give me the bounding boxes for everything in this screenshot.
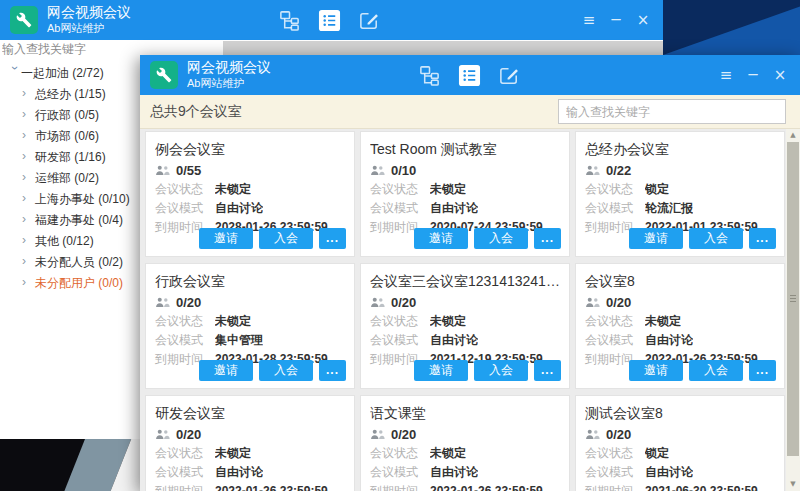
join-button[interactable]: 入会 bbox=[259, 360, 313, 381]
org-chart-icon[interactable] bbox=[418, 64, 441, 87]
mode-value: 集中管理 bbox=[215, 331, 263, 350]
tree-search-input[interactable] bbox=[2, 41, 152, 57]
status-value: 未锁定 bbox=[430, 312, 466, 331]
member-count: 0/20 bbox=[606, 295, 631, 310]
invite-button[interactable]: 邀请 bbox=[199, 360, 253, 381]
close-icon[interactable]: × bbox=[635, 11, 651, 29]
wallpaper-top-right bbox=[663, 0, 800, 55]
status-value: 未锁定 bbox=[430, 180, 466, 199]
mode-value: 轮流汇报 bbox=[645, 199, 693, 218]
minimize-icon[interactable]: ─ bbox=[745, 66, 761, 84]
tree-item-label: 运维部 (0/2) bbox=[35, 171, 99, 185]
chevron-icon[interactable]: › bbox=[22, 251, 35, 272]
room-card: 会议室8 0/20 会议状态 未锁定 bbox=[575, 263, 785, 389]
more-button[interactable]: ... bbox=[749, 228, 776, 249]
room-name: Test Room 测试教室 bbox=[370, 139, 560, 159]
status-value: 未锁定 bbox=[215, 180, 251, 199]
room-card: 例会会议室 0/55 会议状态 未锁定 bbox=[145, 131, 355, 257]
rooms-search-input[interactable] bbox=[558, 99, 786, 124]
mode-row: 会议模式 集中管理 bbox=[155, 331, 345, 350]
people-icon bbox=[155, 297, 170, 308]
menu-icon[interactable]: ≡ bbox=[718, 66, 734, 84]
mode-label: 会议模式 bbox=[370, 463, 430, 482]
status-row: 会议状态 未锁定 bbox=[155, 312, 345, 331]
join-button[interactable]: 入会 bbox=[474, 360, 528, 381]
more-button[interactable]: ... bbox=[534, 228, 561, 249]
status-value: 锁定 bbox=[645, 444, 669, 463]
chevron-icon[interactable]: › bbox=[22, 125, 35, 146]
invite-button[interactable]: 邀请 bbox=[629, 228, 683, 249]
invite-button[interactable]: 邀请 bbox=[414, 360, 468, 381]
scrollbar-thumb[interactable] bbox=[787, 142, 799, 456]
room-name: 行政会议室 bbox=[155, 271, 345, 291]
menu-icon[interactable]: ≡ bbox=[581, 11, 597, 29]
app-subtitle: Ab网站维护 bbox=[47, 22, 131, 36]
tree-item-label: 行政部 (0/5) bbox=[35, 108, 99, 122]
mode-row: 会议模式 自由讨论 bbox=[370, 331, 560, 350]
compose-edit-icon[interactable] bbox=[498, 64, 521, 87]
meeting-list-icon[interactable] bbox=[318, 9, 341, 32]
tree-item-label: 研发部 (1/16) bbox=[35, 150, 106, 164]
rooms-toolbar: 总共9个会议室 bbox=[140, 95, 800, 129]
chevron-icon[interactable]: › bbox=[22, 104, 35, 125]
people-icon bbox=[370, 297, 385, 308]
chevron-icon[interactable]: › bbox=[22, 146, 35, 167]
compose-edit-icon[interactable] bbox=[358, 9, 381, 32]
invite-button[interactable]: 邀请 bbox=[629, 360, 683, 381]
member-count-row: 0/20 bbox=[370, 293, 560, 312]
scroll-down-icon[interactable]: ▼ bbox=[786, 478, 800, 491]
mode-label: 会议模式 bbox=[155, 463, 215, 482]
status-value: 锁定 bbox=[645, 180, 669, 199]
meeting-list-icon[interactable] bbox=[458, 64, 481, 87]
app-title: 网会视频会议 bbox=[187, 59, 271, 77]
more-button[interactable]: ... bbox=[319, 228, 346, 249]
invite-button[interactable]: 邀请 bbox=[414, 228, 468, 249]
front-nav-icons bbox=[418, 55, 521, 95]
chevron-icon[interactable]: › bbox=[22, 230, 35, 251]
minimize-icon[interactable]: ─ bbox=[608, 11, 624, 29]
status-row: 会议状态 锁定 bbox=[585, 444, 775, 463]
tree-item-label: 福建办事处 (0/4) bbox=[35, 213, 123, 227]
wrench-icon bbox=[156, 67, 172, 83]
tree-item-label: 市场部 (0/6) bbox=[35, 129, 99, 143]
join-button[interactable]: 入会 bbox=[474, 228, 528, 249]
room-name: 语文课堂 bbox=[370, 403, 560, 423]
chevron-icon[interactable]: › bbox=[22, 188, 35, 209]
room-name: 例会会议室 bbox=[155, 139, 345, 159]
more-button[interactable]: ... bbox=[319, 360, 346, 381]
room-name: 会议室三会议室123141324141三会议室 bbox=[370, 271, 560, 291]
status-label: 会议状态 bbox=[585, 180, 645, 199]
member-count-row: 0/20 bbox=[155, 425, 345, 444]
chevron-icon[interactable]: › bbox=[22, 272, 35, 293]
more-button[interactable]: ... bbox=[749, 360, 776, 381]
invite-button[interactable]: 邀请 bbox=[199, 228, 253, 249]
room-card: 会议室三会议室123141324141三会议室 0/20 会议状态 bbox=[360, 263, 570, 389]
mode-label: 会议模式 bbox=[585, 463, 645, 482]
member-count-row: 0/10 bbox=[370, 161, 560, 180]
join-button[interactable]: 入会 bbox=[689, 228, 743, 249]
scroll-up-icon[interactable]: ▲ bbox=[786, 129, 800, 142]
mode-value: 自由讨论 bbox=[645, 463, 693, 482]
mode-row: 会议模式 自由讨论 bbox=[155, 463, 345, 482]
back-window-controls: ≡ ─ × bbox=[581, 0, 651, 40]
close-icon[interactable]: × bbox=[772, 66, 788, 84]
more-button[interactable]: ... bbox=[534, 360, 561, 381]
mode-label: 会议模式 bbox=[585, 199, 645, 218]
chevron-icon[interactable]: › bbox=[22, 167, 35, 188]
mode-value: 自由讨论 bbox=[430, 463, 478, 482]
chevron-icon[interactable]: › bbox=[22, 209, 35, 230]
room-card: Test Room 测试教室 0/10 会议状态 bbox=[360, 131, 570, 257]
member-count: 0/55 bbox=[176, 163, 201, 178]
expire-label: 到期时间 bbox=[370, 482, 430, 491]
room-name: 总经办会议室 bbox=[585, 139, 775, 159]
chevron-icon[interactable]: › bbox=[22, 83, 35, 104]
chevron-icon[interactable]: › bbox=[4, 66, 25, 79]
org-chart-icon[interactable] bbox=[278, 9, 301, 32]
join-button[interactable]: 入会 bbox=[689, 360, 743, 381]
expire-value: 2022-01-26 23:59:59 bbox=[215, 482, 328, 491]
app-logo bbox=[10, 6, 38, 34]
mode-value: 自由讨论 bbox=[215, 199, 263, 218]
app-title: 网会视频会议 bbox=[47, 4, 131, 22]
join-button[interactable]: 入会 bbox=[259, 228, 313, 249]
tree-item-label: 其他 (0/12) bbox=[35, 234, 94, 248]
